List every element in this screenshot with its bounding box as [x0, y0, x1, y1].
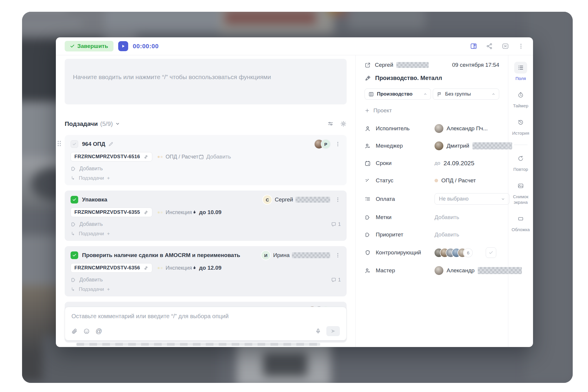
tab-repeat[interactable]: Повтор — [513, 153, 528, 172]
checklist-icon — [365, 196, 371, 202]
assignee-value[interactable]: Александр Пч... — [435, 124, 499, 133]
dates-value[interactable]: до 24.09.2025 — [435, 160, 499, 167]
calendar-icon — [365, 160, 371, 166]
toggle-sidebar-icon[interactable] — [470, 43, 477, 50]
subtask-menu-icon[interactable] — [335, 197, 341, 203]
subtask-card[interactable]: 964 ОПД P FRZRNCMPRZVDSTV-6516 — [65, 135, 347, 185]
status-dots-icon — [158, 267, 163, 269]
send-comment-button[interactable] — [326, 326, 340, 336]
subtask-due[interactable]: до 12.09 — [192, 265, 222, 271]
tab-history[interactable]: История — [512, 116, 529, 136]
subtask-id-pill[interactable]: FRZRNCMPRZVDSTV-6355 — [71, 208, 152, 217]
author-name[interactable]: Сергей — [375, 62, 393, 68]
nested-subtasks-link[interactable]: Подзадачи — [79, 175, 104, 181]
assignee-avatar-letter[interactable]: И — [261, 251, 270, 260]
subtask-title[interactable]: Проверить наличие сделки в AMOCRM и пере… — [82, 252, 240, 258]
add-project-link[interactable]: Проект — [365, 107, 499, 114]
subtask-due-label: до 12.09 — [199, 265, 222, 271]
drag-handle-icon[interactable] — [58, 141, 61, 146]
status-value[interactable]: ОПД / Расчет — [435, 177, 499, 184]
mention-icon[interactable]: @ — [96, 328, 102, 334]
payment-select[interactable]: Не выбрано — [435, 193, 510, 205]
share-icon[interactable] — [486, 43, 493, 50]
tab-cover[interactable]: Обложка — [512, 213, 530, 233]
subtask-checkbox[interactable] — [71, 196, 78, 203]
status-dots-icon — [365, 178, 371, 184]
image-icon — [517, 183, 524, 189]
filter-icon[interactable] — [327, 121, 334, 127]
voice-record-icon[interactable] — [315, 328, 321, 334]
complete-label: Завершить — [77, 43, 108, 49]
tab-fields[interactable]: Поля — [514, 62, 527, 81]
complete-button[interactable]: Завершить — [65, 41, 113, 51]
subtask-checkbox[interactable] — [71, 140, 78, 148]
flame-icon — [192, 210, 197, 215]
subtask-menu-icon[interactable] — [335, 141, 341, 147]
group-value: Без группы — [445, 91, 471, 97]
manager-value[interactable]: Дмитрий — [435, 141, 512, 150]
controller-avatars[interactable]: 6 — [435, 248, 472, 257]
send-icon — [330, 328, 336, 334]
collapse-icon[interactable] — [502, 43, 509, 50]
assignee-avatar-letter[interactable]: P — [321, 140, 330, 149]
subtask-status[interactable]: Инспекция — [166, 209, 192, 216]
controller-checkbox[interactable] — [486, 247, 496, 258]
nested-subtasks-link[interactable]: Подзадачи — [79, 231, 104, 237]
nested-subtasks-link[interactable]: Подзадачи — [79, 286, 104, 292]
attach-file-icon[interactable] — [71, 328, 78, 334]
assignee-avatar-letter[interactable]: С — [263, 195, 272, 204]
repeat-icon — [517, 155, 524, 162]
subtask-due-add[interactable]: Добавить — [198, 154, 231, 160]
parent-task-title[interactable]: Производство. Металл — [375, 75, 442, 81]
more-menu-icon[interactable] — [518, 43, 524, 49]
subtask-card[interactable]: Проверить наличие сделки в AMOCRM и пере… — [65, 246, 347, 296]
link-icon[interactable] — [143, 210, 148, 215]
description-input[interactable]: Начните вводить или нажмите “/” чтобы во… — [65, 59, 347, 104]
tab-screenshot[interactable]: Снимок экрана — [510, 180, 532, 205]
field-master: Мастер Александр — [365, 266, 499, 275]
status-dots-icon — [158, 211, 163, 213]
subtask-id-pill[interactable]: FRZRNCMPRZVDSTV-6356 — [71, 263, 152, 273]
subtask-checkbox[interactable] — [71, 251, 78, 259]
add-tag-link[interactable]: Добавить — [79, 221, 103, 227]
shield-icon — [365, 250, 371, 256]
link-icon[interactable] — [143, 266, 148, 271]
add-subtask-plus[interactable]: + — [107, 286, 110, 292]
add-subtask-plus[interactable]: + — [107, 231, 110, 237]
subtask-menu-icon[interactable] — [335, 252, 341, 258]
start-timer-button[interactable] — [118, 41, 128, 51]
field-tags: Метки Добавить — [365, 213, 499, 222]
comment-composer[interactable]: Оставьте комментарий или введите “/” для… — [65, 307, 347, 341]
field-priority: Приоритет Добавить — [365, 230, 499, 239]
open-board-icon[interactable] — [365, 62, 371, 68]
task-modal: Завершить 00:00:00 Начни — [56, 37, 533, 347]
subtask-status[interactable]: ОПД / Расчет — [166, 154, 198, 160]
subtask-status[interactable]: Инспекция — [166, 265, 192, 271]
link-icon[interactable] — [143, 154, 148, 159]
subtask-title[interactable]: Упаковка — [82, 196, 107, 203]
edit-pencil-icon[interactable] — [108, 141, 113, 147]
tab-timer[interactable]: Таймер — [513, 89, 528, 109]
emoji-icon[interactable] — [83, 328, 90, 334]
add-tag-link[interactable]: Добавить — [79, 277, 103, 283]
group-select[interactable]: Без группы — [433, 89, 499, 100]
comments-count[interactable]: 1 — [331, 222, 341, 227]
assignee-name: Сергей — [275, 196, 293, 203]
subtask-card[interactable]: Упаковка С Сергей FRZRNCMPRZVDSTV-6355 — [65, 191, 347, 241]
user-star-icon — [365, 268, 371, 274]
subtask-id-pill[interactable]: FRZRNCMPRZVDSTV-6516 — [71, 152, 152, 161]
priority-add[interactable]: Добавить — [435, 231, 499, 238]
add-subtask-plus[interactable]: + — [107, 175, 110, 181]
comments-count[interactable]: 1 — [331, 277, 341, 283]
subtask-due[interactable]: до 10.09 — [192, 209, 222, 216]
board-select[interactable]: Производство — [365, 89, 431, 100]
fields-list-icon — [517, 64, 524, 71]
more-avatars-badge[interactable]: 6 — [464, 248, 472, 257]
chevron-down-icon[interactable] — [115, 121, 120, 126]
add-tag-link[interactable]: Добавить — [79, 166, 103, 172]
clipped-row — [76, 343, 320, 346]
subtask-title[interactable]: 964 ОПД — [82, 141, 105, 147]
field-assignee: Исполнитель Александр Пч... — [365, 124, 499, 133]
settings-gear-icon[interactable] — [340, 121, 347, 127]
tags-add[interactable]: Добавить — [435, 214, 499, 221]
